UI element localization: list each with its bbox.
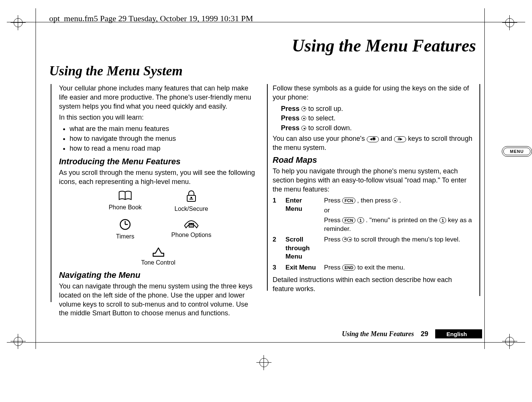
- svg-point-12: [191, 226, 192, 226]
- intro-paragraph-2: In this section you will learn:: [59, 113, 257, 122]
- text: and: [381, 135, 394, 142]
- one-key-icon: 1: [357, 217, 364, 223]
- registration-mark-icon: [502, 15, 517, 30]
- left-column: Your cellular phone includes many featur…: [59, 84, 257, 320]
- press-label: Press: [281, 105, 299, 112]
- running-head: opt_menu.fm5 Page 29 Tuesday, October 19…: [49, 14, 253, 23]
- smart-button-icon: [301, 116, 306, 121]
- icon-label: Lock/Secure: [175, 205, 208, 213]
- text: .: [399, 197, 401, 204]
- column-right-rule: [479, 84, 480, 296]
- press-label: Press: [281, 124, 299, 132]
- roadmaps-paragraph: To help you navigate through the phone's…: [273, 167, 475, 194]
- press-rest: to scroll up.: [308, 105, 343, 112]
- volume-down-icon: [301, 126, 306, 131]
- step-description: Press END to exit the menu.: [324, 263, 475, 272]
- step-number: 2: [273, 235, 279, 244]
- press-down-line: Press to scroll down.: [281, 124, 475, 133]
- svg-point-8: [190, 224, 191, 225]
- press-rest: to select.: [308, 114, 335, 122]
- registration-mark-icon: [256, 355, 271, 370]
- text: to scroll through the menu's top level.: [354, 236, 460, 243]
- press-label: Press: [281, 114, 299, 122]
- hash-right-key-icon: #▸: [394, 136, 406, 142]
- icon-label: Phone Book: [109, 203, 141, 211]
- volume-up-icon: [342, 237, 347, 242]
- volume-up-icon: [301, 106, 306, 111]
- footer: Using the Menu Features 29 English: [342, 329, 482, 338]
- or-label: or: [324, 206, 475, 215]
- lock-secure-cell: Lock/Secure: [164, 190, 219, 213]
- subheading-roadmaps: Road Maps: [273, 154, 475, 165]
- lock-icon: [184, 190, 199, 203]
- chapter-title: Using the Menu Features: [292, 36, 476, 56]
- fcn-key-icon: FCN: [342, 217, 355, 223]
- timers-cell: Timers: [98, 218, 153, 240]
- menu-icon-grid: Phone Book Lock/Secure: [98, 190, 219, 266]
- svg-rect-3: [191, 197, 192, 198]
- star-left-key-icon: ◂✱: [367, 136, 379, 142]
- registration-mark-icon: [11, 15, 26, 30]
- book-icon: [118, 190, 133, 202]
- crop-bottom-line: [7, 342, 525, 343]
- text: to exit the menu.: [357, 264, 405, 271]
- phone-options-cell: Phone Options: [164, 218, 219, 240]
- list-item: what are the main menu features: [70, 125, 257, 134]
- svg-point-13: [192, 226, 193, 226]
- text: Press: [324, 197, 342, 204]
- press-rest: to scroll down.: [308, 124, 352, 132]
- text: Press: [324, 236, 342, 243]
- tone-control-cell: Tone Control: [98, 246, 219, 266]
- step-label: Scroll through Menu: [285, 235, 318, 261]
- svg-point-11: [190, 226, 191, 226]
- step-description: Press to scroll through the menu's top l…: [324, 235, 475, 244]
- smart-button-icon: [392, 198, 397, 203]
- navigating-paragraph: You can navigate through the menu system…: [59, 282, 257, 318]
- phone-options-icon: [183, 218, 200, 229]
- one-key-icon: 1: [439, 217, 446, 223]
- tone-control-icon: [151, 246, 166, 257]
- text: Press: [324, 264, 342, 271]
- footer-title: Using the Menu Features: [342, 330, 414, 338]
- svg-point-9: [191, 224, 192, 225]
- roadmap-step-2: 2 Scroll through Menu Press to scroll th…: [273, 235, 475, 261]
- volume-down-icon: [347, 237, 352, 242]
- icon-label: Tone Control: [141, 259, 175, 266]
- key-definitions: Press to scroll up. Press to select. Pre…: [281, 104, 475, 133]
- list-item: how to read a menu road map: [70, 144, 257, 153]
- also-use-paragraph: You can also use your phone's ◂✱ and #▸ …: [273, 134, 475, 153]
- roadmap-step-3: 3 Exit Menu Press END to exit the menu.: [273, 263, 475, 272]
- step-label: Enter Menu: [285, 196, 318, 213]
- fcn-key-icon: FCN: [342, 198, 355, 204]
- icon-label: Phone Options: [171, 231, 211, 239]
- text: , then press: [357, 197, 393, 204]
- roadmap-step-1: 1 Enter Menu Press FCN , then press . or: [273, 196, 475, 234]
- footer-language-badge: English: [435, 329, 482, 338]
- menu-side-tab: MENU: [502, 146, 532, 158]
- step-description: Press FCN , then press . or Press FCN 1: [324, 196, 475, 234]
- step-label: Exit Menu: [285, 263, 318, 272]
- section-title: Using the Menu System: [49, 63, 183, 79]
- step-number: 1: [273, 196, 279, 205]
- follow-symbols-paragraph: Follow these symbols as a guide for usin…: [273, 84, 475, 102]
- icon-label: Timers: [116, 232, 134, 240]
- clock-icon: [119, 218, 132, 231]
- column-left-rule: [51, 84, 51, 302]
- step-number: 3: [273, 263, 279, 272]
- press-select-line: Press to select.: [281, 114, 475, 123]
- text: You can also use your phone's: [273, 135, 367, 142]
- subheading-navigating: Navigating the Menu: [59, 270, 257, 280]
- text: Press: [324, 217, 342, 224]
- roadmap-steps: 1 Enter Menu Press FCN , then press . or: [273, 196, 475, 272]
- text: . "menu" is printed on the: [366, 217, 439, 224]
- right-column: Follow these symbols as a guide for usin…: [273, 84, 475, 320]
- subheading-introducing: Introducing the Menu Features: [59, 156, 257, 167]
- phone-book-cell: Phone Book: [98, 190, 153, 213]
- registration-mark-icon: [502, 334, 517, 349]
- list-item: how to navigate through the menus: [70, 134, 257, 143]
- end-key-icon: END: [342, 265, 355, 271]
- footer-page-number: 29: [421, 330, 428, 338]
- detailed-paragraph: Detailed instructions within each sectio…: [273, 276, 475, 294]
- intro-paragraph: Your cellular phone includes many featur…: [59, 84, 257, 111]
- intro-icons-paragraph: As you scroll through the menu system, y…: [59, 168, 257, 187]
